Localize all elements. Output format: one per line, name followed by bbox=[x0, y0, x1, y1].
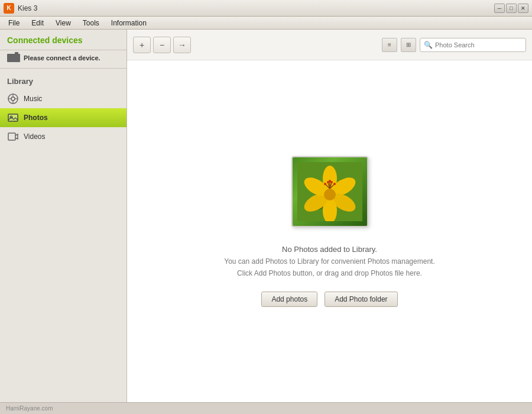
menu-file[interactable]: File bbox=[2, 18, 25, 28]
library-title: Library bbox=[0, 75, 126, 89]
menu-view[interactable]: View bbox=[50, 18, 77, 28]
device-status-row: Please connect a device. bbox=[0, 50, 126, 69]
empty-state: No Photos added to Library. You can add … bbox=[127, 60, 532, 402]
import-button[interactable]: → bbox=[173, 37, 191, 53]
photo-thumbnail bbox=[291, 156, 368, 227]
title-bar: K Kies 3 ─ □ ✕ bbox=[0, 0, 532, 17]
empty-message-line2: You can add Photos to Library for conven… bbox=[224, 257, 434, 266]
sidebar-item-videos[interactable]: Videos bbox=[0, 127, 126, 146]
videos-label: Videos bbox=[24, 132, 45, 141]
toolbar: + − → ≡ ⊞ 🔍 bbox=[127, 30, 532, 60]
add-photo-folder-button[interactable]: Add Photo folder bbox=[325, 292, 397, 307]
status-bar: HamiRayane.com bbox=[0, 402, 532, 414]
svg-point-25 bbox=[329, 180, 331, 182]
close-button[interactable]: ✕ bbox=[518, 4, 528, 13]
search-input[interactable] bbox=[435, 41, 522, 48]
toolbar-right: ≡ ⊞ 🔍 bbox=[382, 38, 526, 52]
menu-edit[interactable]: Edit bbox=[25, 18, 50, 28]
sidebar-item-photos[interactable]: Photos bbox=[0, 108, 126, 127]
music-label: Music bbox=[24, 95, 42, 103]
photos-icon bbox=[7, 112, 19, 124]
connected-devices-header: Connected devices bbox=[0, 30, 126, 50]
grid-view-button[interactable]: ⊞ bbox=[401, 38, 416, 52]
sidebar-item-music[interactable]: Music bbox=[0, 89, 126, 108]
minimize-button[interactable]: ─ bbox=[494, 4, 505, 13]
videos-icon bbox=[7, 131, 19, 143]
search-icon: 🔍 bbox=[424, 41, 433, 49]
restore-button[interactable]: □ bbox=[506, 4, 517, 13]
empty-message-line1: No Photos added to Library. bbox=[282, 245, 377, 254]
menu-bar: File Edit View Tools Information bbox=[0, 17, 532, 30]
menu-information[interactable]: Information bbox=[105, 18, 153, 28]
photos-label: Photos bbox=[24, 114, 48, 122]
menu-tools[interactable]: Tools bbox=[77, 18, 105, 28]
remove-button[interactable]: − bbox=[153, 37, 171, 53]
app-title: Kies 3 bbox=[18, 4, 37, 12]
svg-point-1 bbox=[11, 97, 15, 101]
connected-devices-title: Connected devices bbox=[7, 35, 119, 45]
toolbar-left: + − → bbox=[133, 37, 191, 53]
svg-rect-6 bbox=[8, 114, 18, 121]
window-controls: ─ □ ✕ bbox=[494, 4, 528, 13]
device-icon bbox=[7, 54, 20, 62]
title-left: K Kies 3 bbox=[4, 3, 37, 14]
library-section: Library Music bbox=[0, 69, 126, 152]
svg-point-19 bbox=[324, 189, 336, 200]
sidebar: Connected devices Please connect a devic… bbox=[0, 30, 127, 402]
svg-rect-8 bbox=[8, 133, 15, 140]
action-buttons: Add photos Add Photo folder bbox=[261, 292, 397, 307]
search-box[interactable]: 🔍 bbox=[420, 38, 526, 52]
main-layout: Connected devices Please connect a devic… bbox=[0, 30, 532, 402]
svg-point-29 bbox=[333, 183, 336, 185]
svg-point-27 bbox=[324, 183, 326, 185]
add-button[interactable]: + bbox=[133, 37, 151, 53]
list-view-button[interactable]: ≡ bbox=[382, 38, 397, 52]
add-photos-button[interactable]: Add photos bbox=[261, 292, 317, 307]
empty-message-line3: Click Add Photos button, or drag and dro… bbox=[237, 269, 422, 277]
status-text: HamiRayane.com bbox=[6, 405, 53, 412]
content-area: + − → ≡ ⊞ 🔍 bbox=[127, 30, 532, 402]
device-status-text: Please connect a device. bbox=[24, 54, 100, 62]
app-icon: K bbox=[4, 3, 14, 14]
music-icon bbox=[7, 93, 19, 105]
